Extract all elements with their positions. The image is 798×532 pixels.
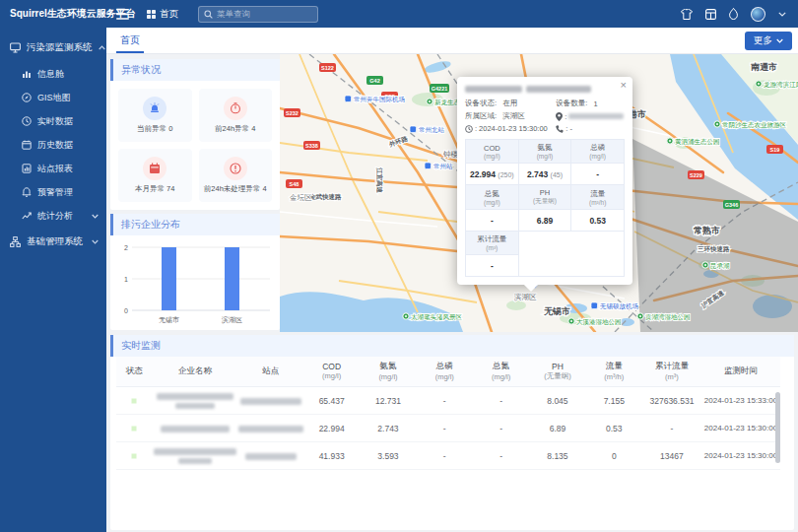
sidebar-item-statistics[interactable]: 统计分析: [0, 204, 106, 228]
station-popup: × 设备状态: 在用 设备数量: 1 所属区域: 滨湖区 : : 2024-01…: [457, 77, 632, 285]
svg-text:常州北站: 常州北站: [419, 126, 445, 134]
nav-home-label: 首页: [160, 8, 178, 21]
popup-time: 2024-01-23 15:30:00: [479, 124, 548, 133]
station-name-redacted: [237, 387, 303, 415]
calendar-alert-icon: [143, 157, 166, 180]
x-tick: 滨湖区: [222, 315, 242, 324]
bar-chart-icon: [22, 69, 32, 79]
sidebar-item-alert-management[interactable]: 预警管理: [0, 180, 106, 204]
y-tick: 2: [124, 244, 128, 251]
y-tick: 0: [124, 307, 128, 314]
sidebar-item-label: 站点报表: [37, 163, 73, 175]
report-icon: [22, 164, 32, 173]
sidebar-item-history-data[interactable]: 历史数据: [0, 133, 106, 157]
svg-text:金坛区: 金坛区: [290, 193, 312, 202]
enterprise-distribution-panel: 排污企业分布 2 1 0 无锡市: [110, 214, 280, 330]
colon: :: [565, 124, 567, 133]
compass-icon: [22, 93, 32, 102]
svg-text:G346: G346: [725, 202, 738, 208]
flame-icon[interactable]: [729, 8, 738, 20]
svg-text:S122: S122: [321, 65, 334, 71]
sidebar-item-gis-map[interactable]: GIS地图: [0, 86, 106, 109]
bar-chart: 2 1 0 无锡市 滨湖区: [114, 237, 276, 328]
table-header-row: 状态 企业名称 站点 COD(mg/l) 氨氮(mg/l) 总磷(mg/l) 总…: [116, 357, 780, 387]
card-month-abnormal[interactable]: 本月异常 74: [118, 149, 192, 202]
svg-text:滨湖区: 滨湖区: [514, 293, 537, 301]
search-input[interactable]: [217, 9, 305, 19]
sidebar-item-realtime-data[interactable]: 实时数据: [0, 109, 106, 133]
svg-text:S232: S232: [286, 110, 299, 116]
clock-icon: [465, 125, 473, 133]
chevron-down-icon: [776, 38, 783, 43]
device-count-value: 1: [594, 100, 598, 108]
popup-phone: -: [569, 124, 572, 133]
popup-close-icon[interactable]: ×: [621, 79, 627, 91]
clock-icon: [22, 116, 32, 126]
card-last24h-abnormal[interactable]: 前24h异常 4: [199, 89, 273, 142]
table-row[interactable]: 41.933 3.593 - - 8.135 0 13467 2024-01-2…: [116, 442, 780, 470]
sidebar-item-label: 预警管理: [37, 186, 73, 199]
svg-text:贡湖湾湿地公园: 贡湖湾湿地公园: [645, 313, 691, 321]
siren-icon: [143, 97, 166, 120]
realtime-table: 状态 企业名称 站点 COD(mg/l) 氨氮(mg/l) 总磷(mg/l) 总…: [116, 357, 780, 470]
table-row[interactable]: 65.437 12.731 - - 8.045 7.155 327636.531…: [116, 387, 780, 415]
theme-shirt-icon[interactable]: [681, 9, 693, 20]
sidebar-item-info-cabin[interactable]: 信息舱: [0, 62, 106, 86]
colon: :: [475, 124, 477, 133]
layout-icon[interactable]: [705, 9, 716, 20]
card-unhandled-abnormal[interactable]: 前24h未处理异常 4: [199, 149, 273, 202]
svg-text:大溪港湿地公园: 大溪港湿地公园: [576, 318, 622, 326]
abnormal-status-panel: 异常状况 当前异常 0 前24h异常 4: [110, 59, 280, 210]
sidebar-group-base-management[interactable]: 基础管理系统: [0, 228, 106, 256]
svg-text:太湖鼋头渚风景区: 太湖鼋头渚风景区: [411, 313, 463, 321]
sidebar-group-pollution-monitoring[interactable]: 污染源监测系统: [0, 33, 106, 62]
user-chevron-down-icon[interactable]: [778, 12, 786, 17]
region-value: 滨湖区: [502, 111, 525, 121]
bar-binhu: [225, 247, 239, 310]
card-current-abnormal[interactable]: 当前异常 0: [118, 89, 192, 142]
map-canvas[interactable]: S122 G42 G4221 S39 S232 S338 S48 S229 G3…: [280, 54, 798, 332]
sidebar-item-label: 实时数据: [37, 115, 73, 128]
app-logo: Squirrel生态环境云服务平台: [0, 7, 106, 21]
svg-text:常熟市: 常熟市: [694, 226, 720, 235]
x-tick: 无锡市: [159, 315, 179, 324]
enterprise-name-redacted: [153, 415, 238, 442]
svg-text:三环快速路: 三环快速路: [698, 245, 730, 253]
svg-text:S229: S229: [690, 172, 702, 178]
card-label: 前24h未处理异常 4: [204, 184, 267, 194]
card-label: 当前异常 0: [137, 124, 172, 134]
table-row[interactable]: 22.994 2.743 - - 6.89 0.53 - 2024-01-23 …: [116, 415, 780, 442]
menu-collapse-icon[interactable]: [116, 9, 129, 20]
table-scrollbar[interactable]: [775, 392, 780, 463]
svg-text:常阴沙生态农业旅游区: 常阴沙生态农业旅游区: [722, 121, 787, 129]
svg-text:S48: S48: [290, 181, 299, 187]
popup-title-redacted: [465, 86, 625, 93]
svg-text:G42: G42: [369, 78, 379, 84]
menu-search[interactable]: [198, 6, 318, 23]
location-pin-icon: [556, 112, 563, 121]
svg-text:常州奔牛国际机场: 常州奔牛国际机场: [354, 96, 405, 103]
tab-home[interactable]: 首页: [116, 28, 144, 53]
stopwatch-alert-icon: [224, 97, 247, 120]
sidebar-item-station-report[interactable]: 站点报表: [0, 157, 106, 180]
svg-text:金武快速路: 金武快速路: [308, 193, 342, 201]
user-avatar[interactable]: [751, 7, 765, 22]
sidebar-item-label: 统计分析: [37, 210, 73, 223]
colon: :: [565, 112, 566, 121]
more-button[interactable]: 更多: [745, 32, 792, 50]
bar-wuxi: [162, 247, 176, 310]
nav-home[interactable]: 首页: [147, 8, 178, 21]
svg-text:无锡市: 无锡市: [543, 306, 570, 316]
sidebar-group-label: 基础管理系统: [27, 235, 86, 248]
device-count-label: 设备数量:: [556, 99, 587, 108]
topbar: Squirrel生态环境云服务平台 首页: [0, 0, 798, 28]
svg-text:龙游湾滨江风光带: 龙游湾滨江风光带: [764, 81, 798, 89]
sitemap-icon: [10, 236, 21, 247]
device-status-value: 在用: [502, 99, 517, 108]
tabbar: 首页 更多: [106, 28, 798, 54]
enterprise-name-redacted: [153, 387, 238, 415]
svg-text:昆承湖: 昆承湖: [710, 262, 730, 270]
svg-text:黄泗浦生态公园: 黄泗浦生态公园: [675, 138, 720, 146]
sidebar-group-label: 污染源监测系统: [27, 41, 93, 54]
panel-title: 实时监测: [110, 335, 794, 357]
